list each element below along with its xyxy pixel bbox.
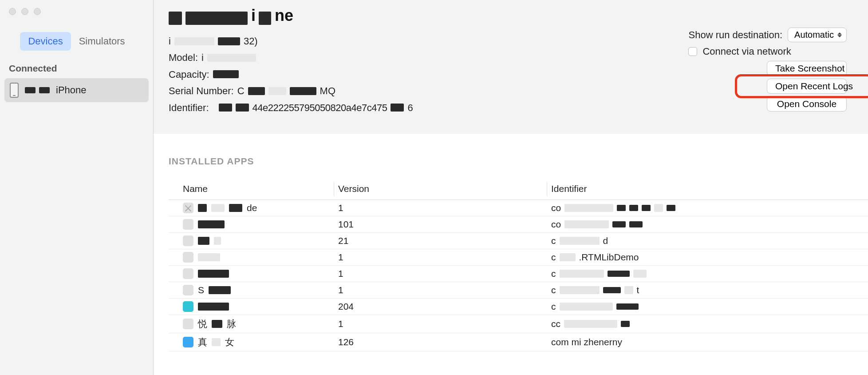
app-icon (183, 203, 193, 213)
table-row[interactable]: 21 c d (169, 233, 868, 249)
app-icon (183, 285, 193, 295)
app-icon (183, 235, 193, 246)
sidebar-device-label: iPhone (56, 84, 87, 96)
device-actions: Show run destination: Automatic Connect … (688, 28, 847, 112)
sidebar-device-item[interactable]: iPhone (4, 78, 149, 102)
sidebar-tab-switcher: Devices Simulators (0, 32, 153, 51)
installed-apps-table: Name Version Identifier de 1 co (169, 179, 868, 351)
table-row[interactable]: 悦 脉 1 cc (169, 315, 868, 333)
run-destination-select[interactable]: Automatic (788, 28, 847, 42)
run-destination-label: Show run destination: (688, 29, 782, 41)
device-detail-header: i ne i 32) Model: i Capacity: Serial Num… (154, 0, 868, 134)
sidebar-section-connected: Connected (0, 60, 153, 78)
table-row[interactable]: S 1 c t (169, 282, 868, 299)
column-version[interactable]: Version (338, 184, 551, 194)
table-row[interactable]: 204 c (169, 299, 868, 315)
open-console-button[interactable]: Open Console (767, 96, 847, 112)
table-row[interactable]: de 1 co (169, 200, 868, 216)
tab-simulators[interactable]: Simulators (71, 32, 133, 51)
connect-via-network-label: Connect via network (702, 46, 791, 57)
window-traffic-lights (0, 0, 153, 20)
app-icon (183, 268, 193, 279)
installed-apps-section: INSTALLED APPS Name Version Identifier d… (154, 134, 868, 375)
column-identifier[interactable]: Identifier (551, 184, 868, 194)
sidebar: Devices Simulators Connected iPhone (0, 0, 154, 375)
table-row[interactable]: 1 c .RTMLibDemo (169, 249, 868, 266)
table-header-row: Name Version Identifier (169, 179, 868, 200)
column-name[interactable]: Name (183, 184, 338, 194)
chevron-updown-icon (837, 32, 842, 37)
take-screenshot-button[interactable]: Take Screenshot (767, 61, 847, 76)
app-icon (183, 219, 193, 230)
tab-devices[interactable]: Devices (20, 32, 71, 51)
app-icon (183, 301, 193, 312)
table-row[interactable]: 真 女 126 com mi zhenerny (169, 333, 868, 351)
device-title: i ne (169, 6, 868, 25)
table-row[interactable]: 101 co (169, 216, 868, 233)
app-icon (183, 252, 193, 263)
open-recent-logs-button[interactable]: Open Recent Logs (767, 79, 847, 94)
app-icon (183, 337, 193, 347)
installed-apps-heading: INSTALLED APPS (169, 156, 868, 167)
zoom-window-button[interactable] (34, 8, 41, 15)
close-window-button[interactable] (9, 8, 16, 15)
table-row[interactable]: 1 c (169, 266, 868, 282)
minimize-window-button[interactable] (21, 8, 28, 15)
connect-via-network-checkbox[interactable] (688, 47, 697, 56)
main-panel: i ne i 32) Model: i Capacity: Serial Num… (154, 0, 868, 375)
phone-icon (10, 83, 19, 98)
app-icon (183, 319, 193, 329)
